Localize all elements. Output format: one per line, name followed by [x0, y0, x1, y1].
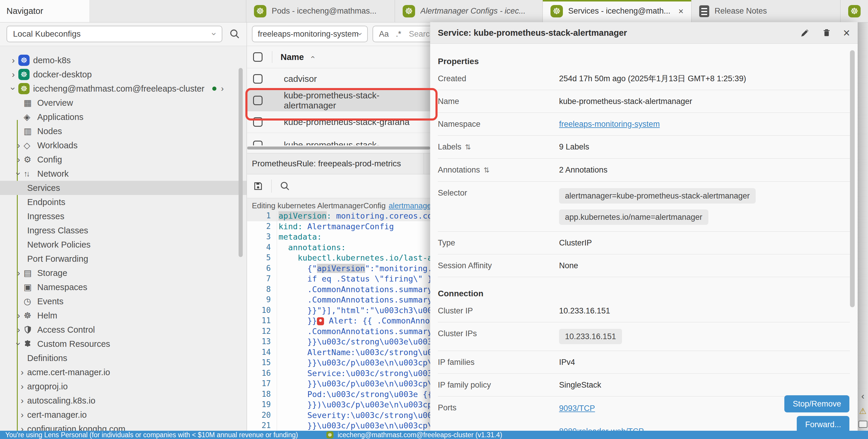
- dock-tab-prometheusrule[interactable]: PrometheusRule: freepeals-prod-metrics: [247, 153, 424, 174]
- tab-partial[interactable]: ☸: [840, 0, 868, 22]
- close-drawer-icon[interactable]: ×: [843, 27, 850, 39]
- sidebar-item-ingress-classes[interactable]: Ingress Classes: [0, 223, 247, 238]
- regex-toggle[interactable]: .*: [396, 30, 401, 39]
- property-row-created: Created 254d 17h 50m ago (2025年1月13日 GMT…: [438, 67, 850, 90]
- sidebar-item-services[interactable]: Services: [0, 181, 247, 195]
- drawer-scrollbar[interactable]: [850, 50, 855, 307]
- sidebar-item-argoproj[interactable]: › argoproj.io: [0, 379, 247, 394]
- sidebar-item-docker-desktop[interactable]: › ☸ docker-desktop: [0, 67, 247, 81]
- sidebar-item-config[interactable]: › ⚙ Config: [0, 153, 247, 167]
- overview-icon: ▦: [24, 98, 37, 108]
- scrollbar-thumb[interactable]: [247, 146, 430, 149]
- code-line: 2kind: AlertmanagerConfig: [247, 221, 430, 232]
- chevron-right-icon[interactable]: ›: [17, 381, 27, 392]
- editor-search-icon[interactable]: [280, 181, 290, 191]
- row-checkbox[interactable]: [253, 74, 262, 83]
- chevron-right-icon[interactable]: ›: [17, 424, 27, 431]
- dock-bar: PrometheusRule: freepeals-prod-metrics: [247, 153, 430, 174]
- drawer-title: Service: kube-prometheus-stack-alertmana…: [438, 28, 627, 38]
- chevron-down-icon[interactable]: ›: [13, 339, 24, 349]
- select-all-checkbox[interactable]: [253, 52, 262, 62]
- chevron-down-icon[interactable]: ›: [8, 83, 18, 94]
- kubeconfig-select[interactable]: Local Kubeconfigs ›: [6, 26, 222, 42]
- sidebar-item-network[interactable]: › ↑↓ Network: [0, 167, 247, 181]
- puzzle-icon: [24, 340, 37, 348]
- sidebar-item-network-policies[interactable]: Network Policies: [0, 238, 247, 252]
- table-row-clipped[interactable]: kube-prometheus-stack-...: [247, 133, 430, 145]
- chevron-right-icon[interactable]: ›: [8, 55, 18, 65]
- sidebar-item-applications[interactable]: ◈ Applications: [0, 110, 247, 124]
- table-row[interactable]: cadvisor: [247, 68, 430, 90]
- save-icon[interactable]: [253, 181, 263, 191]
- tab-pods[interactable]: ☸ Pods - icecheng@mathmas...: [246, 0, 395, 22]
- chevron-right-icon[interactable]: ›: [221, 84, 224, 93]
- kubernetes-icon: ☸: [254, 5, 267, 18]
- collapse-chevron-icon[interactable]: ‹: [861, 391, 864, 402]
- sidebar-item-freeleaps-cluster[interactable]: › ☸ icecheng@mathmast.com@freeleaps-clus…: [0, 81, 247, 96]
- name-column-header[interactable]: Name: [281, 52, 304, 62]
- code-line: 18 Pod:\u003c/strong\u003e {{ .Co: [247, 389, 430, 400]
- sidebar-item-nodes[interactable]: ▥ Nodes: [0, 124, 247, 138]
- port-link-8080[interactable]: 8080:reloader-web/TCP: [559, 427, 644, 431]
- sort-ascending-icon[interactable]: ›: [308, 56, 317, 59]
- chevron-down-icon: ›: [209, 33, 219, 35]
- sidebar-scrollbar[interactable]: [239, 68, 243, 257]
- sidebar-item-workloads[interactable]: › ◇ Workloads: [0, 138, 247, 153]
- sidebar-item-demo-k8s[interactable]: › ☸ demo-k8s: [0, 53, 247, 67]
- sidebar-item-access-control[interactable]: › Access Control: [0, 323, 247, 337]
- chevron-right-icon[interactable]: ›: [17, 396, 27, 406]
- chevron-right-icon[interactable]: ›: [13, 140, 24, 150]
- yaml-editor[interactable]: 1apiVersion: monitoring.coreos.com/v1 2k…: [247, 211, 430, 431]
- sidebar-item-storage[interactable]: › ▤ Storage: [0, 266, 247, 280]
- close-tab-icon[interactable]: ×: [678, 6, 684, 16]
- horizontal-scrollbar[interactable]: [247, 146, 430, 149]
- chevron-right-icon[interactable]: ›: [13, 155, 24, 165]
- sidebar-item-acme-cert-manager[interactable]: › acme.cert-manager.io: [0, 365, 247, 379]
- sidebar-item-namespaces[interactable]: ▣ Namespaces: [0, 280, 247, 294]
- sidebar-item-ingresses[interactable]: Ingresses: [0, 209, 247, 223]
- port-link-9093[interactable]: 9093/TCP: [559, 404, 644, 413]
- sidebar-item-helm[interactable]: › ☸ Helm: [0, 308, 247, 323]
- sidebar-item-cert-manager[interactable]: › cert-manager.io: [0, 408, 247, 422]
- tab-bar: Navigator ☸ Pods - icecheng@mathmas... ☸…: [0, 0, 868, 23]
- sidebar-item-endpoints[interactable]: Endpoints: [0, 195, 247, 209]
- sidebar-item-autoscaling-k8s[interactable]: › autoscaling.k8s.io: [0, 394, 247, 408]
- namespace-link[interactable]: freeleaps-monitoring-system: [559, 120, 660, 129]
- kubernetes-cluster-icon: ☸: [18, 55, 33, 66]
- sidebar-item-custom-resources[interactable]: › Custom Resources: [0, 337, 247, 351]
- chevron-right-icon[interactable]: ›: [17, 410, 27, 420]
- chevron-right-icon[interactable]: ›: [13, 310, 24, 320]
- expand-sort-icon[interactable]: ⇅: [465, 143, 471, 151]
- sidebar-item-overview[interactable]: ▦ Overview: [0, 96, 247, 110]
- chevron-right-icon[interactable]: ›: [13, 325, 24, 335]
- tab-services[interactable]: ☸ Services - icecheng@math... ×: [542, 0, 691, 22]
- chevron-right-icon[interactable]: ›: [13, 268, 24, 278]
- namespace-select[interactable]: freeleaps-monitoring-system ›: [252, 26, 368, 42]
- tab-alertmanager-configs[interactable]: ☸ Alertmanager Configs - icec...: [395, 0, 542, 22]
- code-line: 15 }}\u003c/p\u003e\n\u003cp\u003: [247, 358, 430, 368]
- alertmanagerconfig-link[interactable]: alertmanager: [389, 201, 430, 210]
- stop-remove-button[interactable]: Stop/Remove: [784, 395, 849, 412]
- code-line: 16 Service:\u003c/strong\u003e {: [247, 368, 430, 379]
- search-icon[interactable]: [229, 29, 240, 39]
- sidebar-item-configuration-konghq[interactable]: › configuration.konghq.com: [0, 422, 247, 431]
- tab-release-notes[interactable]: Release Notes: [691, 0, 840, 22]
- chevron-right-icon[interactable]: ›: [17, 367, 27, 377]
- chevron-right-icon[interactable]: ›: [8, 69, 18, 79]
- sidebar-item-port-forwarding[interactable]: Port Forwarding: [0, 252, 247, 266]
- navigator-pane-title: Navigator: [0, 0, 89, 22]
- edit-pencil-icon[interactable]: [800, 28, 810, 38]
- chevron-down-icon[interactable]: ›: [13, 169, 24, 179]
- row-checkbox[interactable]: [253, 141, 262, 145]
- sidebar-item-definitions[interactable]: Definitions: [0, 351, 247, 365]
- property-row-cluster-ip: Cluster IP 10.233.16.151: [438, 300, 850, 322]
- sidebar-item-events[interactable]: ◷ Events: [0, 294, 247, 308]
- expand-sort-icon[interactable]: ⇅: [484, 166, 490, 174]
- trash-icon[interactable]: [822, 28, 831, 38]
- match-case-toggle[interactable]: Aa: [379, 30, 389, 39]
- forward-button[interactable]: Forward...: [797, 416, 849, 431]
- code-line: 13 }}\u003c/strong\u003e\u003c/h3: [247, 336, 430, 347]
- code-line: 7 if eq .Status \"firing\" }}: [247, 274, 430, 284]
- warning-triangle-icon: ⚠: [859, 406, 867, 416]
- storage-icon: ▤: [24, 268, 37, 278]
